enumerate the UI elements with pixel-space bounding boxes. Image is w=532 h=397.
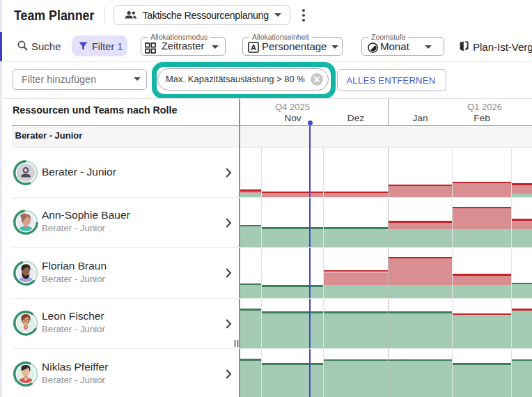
svg-text:A: A [251, 43, 256, 52]
